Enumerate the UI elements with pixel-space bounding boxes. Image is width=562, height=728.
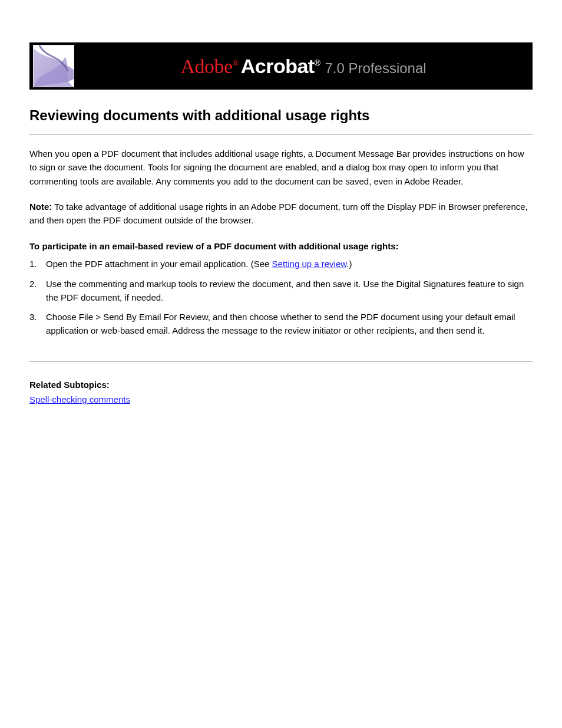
divider-2: [29, 361, 533, 362]
intro-paragraph: When you open a PDF document that includ…: [29, 147, 533, 188]
steps-heading: To participate in an email-based review …: [29, 241, 533, 251]
note-text: To take advantage of additional usage ri…: [29, 202, 528, 225]
page-title: Reviewing documents with additional usag…: [29, 107, 533, 124]
banner-title: Adobe® Acrobat® 7.0 Professional: [74, 55, 533, 78]
brand-name: Adobe®: [180, 55, 238, 78]
divider: [29, 134, 533, 135]
product-version: 7.0 Professional: [325, 60, 426, 77]
setting-up-review-link[interactable]: Setting up a review: [272, 259, 347, 269]
note-paragraph: Note: To take advantage of additional us…: [29, 200, 533, 228]
product-name: Acrobat®: [241, 55, 320, 78]
product-banner: Adobe® Acrobat® 7.0 Professional: [29, 42, 533, 90]
spell-checking-link[interactable]: Spell-checking comments: [29, 394, 130, 404]
related-item[interactable]: Spell-checking comments: [29, 394, 533, 404]
product-reg-mark: ®: [315, 58, 320, 67]
note-label: Note:: [29, 202, 52, 212]
related-subtopics: Related Subtopics: Spell-checking commen…: [29, 380, 533, 404]
brand-text: Adobe: [180, 55, 232, 77]
step-1-pre: Open the PDF attachment in your email ap…: [46, 259, 272, 269]
step-1-post: .): [346, 259, 352, 269]
steps-list: Open the PDF attachment in your email ap…: [29, 257, 533, 337]
brand-reg-mark: ®: [233, 58, 239, 67]
step-1: Open the PDF attachment in your email ap…: [29, 257, 533, 271]
acrobat-logo-icon: [33, 45, 74, 87]
step-3: Choose File > Send By Email For Review, …: [29, 310, 533, 338]
related-heading: Related Subtopics:: [29, 380, 533, 390]
product-text: Acrobat: [241, 55, 315, 77]
step-2: Use the commenting and markup tools to r…: [29, 277, 533, 305]
